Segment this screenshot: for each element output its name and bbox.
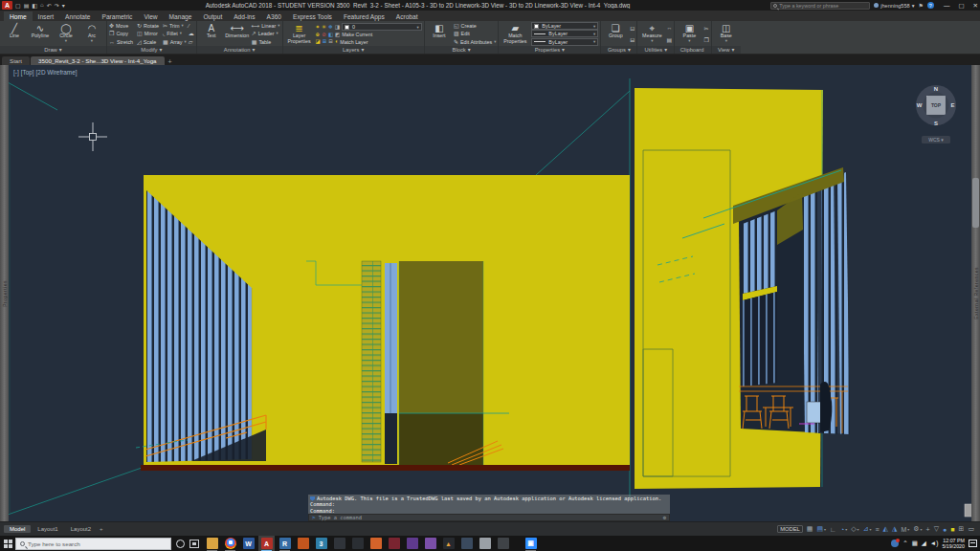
ribbon-tool-button[interactable]: ◯ Circle ▾ bbox=[54, 22, 78, 46]
taskbar-app[interactable]: ▲ bbox=[440, 536, 457, 551]
scrollbar-thumb[interactable] bbox=[972, 178, 979, 228]
ribbon-tab[interactable]: Home bbox=[4, 11, 33, 21]
start-button[interactable] bbox=[0, 536, 15, 551]
ribbon-tab[interactable]: Insert bbox=[33, 11, 60, 21]
layer-state-icon[interactable]: ✦ bbox=[316, 24, 321, 31]
ribbon-tab[interactable]: Featured Apps bbox=[338, 11, 390, 21]
model-space-canvas[interactable]: TOP N S W E WCS ▾ [-][Top][2D Wireframe]… bbox=[0, 65, 980, 521]
new-layout-button[interactable]: + bbox=[97, 526, 106, 532]
qat-icon[interactable]: ⌂ bbox=[40, 2, 44, 9]
tray-icon[interactable]: ▦ bbox=[912, 540, 918, 547]
ribbon-tool-button[interactable]: ◱ Create ▾ bbox=[454, 22, 496, 30]
layer-dropdown[interactable]: 0 ▾ bbox=[342, 23, 422, 31]
command-input[interactable]: > Type a command ⚙ bbox=[308, 514, 670, 521]
window-control-button[interactable]: ✕ bbox=[973, 2, 978, 10]
taskbar-clock[interactable]: 12:07 PM 5/19/2020 bbox=[942, 538, 965, 549]
panel-title-clipboard[interactable]: Clipboard bbox=[675, 46, 710, 54]
ribbon-tool-icon[interactable]: ☁ bbox=[189, 30, 194, 36]
ribbon-tool-icon[interactable]: ∕ bbox=[189, 23, 194, 29]
signin-menu[interactable]: jhenning558 ▾ bbox=[874, 3, 914, 9]
match-properties-button[interactable]: ▰ Match Properties bbox=[501, 22, 529, 46]
viewcube[interactable]: TOP N S W E WCS ▾ bbox=[916, 85, 956, 143]
ribbon-tab[interactable]: Express Tools bbox=[287, 11, 338, 21]
property-dropdown[interactable]: ByLayer ▾ bbox=[531, 30, 598, 37]
panel-title-view[interactable]: View▾ bbox=[712, 46, 741, 54]
layout-tab[interactable]: Model bbox=[4, 525, 31, 533]
ribbon-tool-button[interactable]: ▨ Edit ▾ bbox=[454, 30, 496, 37]
layer-state-icon[interactable]: ☀ bbox=[322, 24, 326, 31]
match-layer-button[interactable]: Match Layer bbox=[340, 39, 368, 45]
new-file-tab-button[interactable]: + bbox=[166, 58, 175, 65]
window-control-button[interactable]: — bbox=[944, 2, 950, 10]
ribbon-tool-button[interactable]: ↗ Leader ▾ bbox=[252, 30, 280, 37]
layer-state-icon[interactable]: ◪ bbox=[316, 38, 321, 45]
base-view-button[interactable]: ◫ Base ▾ bbox=[714, 22, 739, 46]
task-view-icon[interactable] bbox=[189, 540, 199, 548]
layer-state-icon[interactable]: ⊟ bbox=[328, 38, 333, 45]
ribbon-tool-button[interactable]: ↔ Stretch ▾ bbox=[109, 38, 133, 46]
autocad-logo-icon[interactable]: A bbox=[2, 1, 12, 10]
ribbon-tool-button[interactable]: ◠ Arc ▾ bbox=[79, 22, 104, 46]
taskbar-app[interactable] bbox=[204, 536, 220, 551]
ribbon-tool-button[interactable]: ⟷ Dimension bbox=[225, 22, 250, 46]
layer-state-icon[interactable]: ◩ bbox=[335, 32, 340, 38]
taskbar-app[interactable] bbox=[222, 536, 238, 551]
ribbon-tool-button[interactable]: ↻ Rotate ▾ bbox=[137, 22, 159, 30]
customize-icon[interactable]: ⚙ bbox=[663, 515, 666, 520]
layout-tab[interactable]: Layout1 bbox=[32, 525, 63, 533]
panel-title-groups[interactable]: Groups▾ bbox=[601, 46, 636, 54]
window-control-button[interactable]: ▢ bbox=[958, 2, 964, 10]
ribbon-tool-button[interactable]: ╱ Line ▾ bbox=[2, 22, 27, 46]
panel-title-properties[interactable]: Properties▾ bbox=[499, 46, 600, 54]
viewport-control[interactable]: [Top] bbox=[21, 69, 34, 76]
file-tab-start[interactable]: Start bbox=[2, 56, 30, 65]
taskbar-app[interactable] bbox=[386, 536, 402, 551]
taskbar-app[interactable] bbox=[331, 536, 347, 551]
layer-state-icon[interactable]: ◨ bbox=[335, 24, 340, 31]
ribbon-tool-button[interactable]: ◟ Fillet ▾ bbox=[163, 30, 187, 37]
layer-state-icon[interactable]: ⊘ bbox=[322, 32, 326, 38]
make-current-button[interactable]: Make Current bbox=[342, 32, 372, 37]
taskbar-app[interactable] bbox=[368, 536, 384, 551]
file-tab-document[interactable]: 3500_Revit_3-2 - She...3D View - Int-4_Y… bbox=[31, 56, 164, 65]
action-center-icon[interactable] bbox=[969, 540, 977, 547]
ribbon-tool-icon[interactable]: ▤ bbox=[666, 36, 672, 43]
property-dropdown[interactable]: ByLayer ▾ bbox=[531, 38, 598, 46]
taskbar-app[interactable]: A bbox=[258, 536, 275, 551]
taskbar-app[interactable] bbox=[422, 536, 438, 551]
ribbon-tab[interactable]: Parametric bbox=[97, 11, 139, 21]
ribbon-tool-button[interactable]: ▦ Array ▾ bbox=[163, 38, 187, 46]
panel-title-annotation[interactable]: Annotation▾ bbox=[197, 46, 282, 54]
ribbon-tab[interactable]: Annotate bbox=[59, 11, 96, 21]
help-search-input[interactable]: Type a keyword or phrase bbox=[770, 2, 870, 10]
help-button[interactable]: ? bbox=[927, 2, 934, 9]
ribbon-tool-icon[interactable]: ▱ bbox=[189, 38, 194, 45]
cortana-icon[interactable] bbox=[176, 540, 185, 548]
ribbon-tab[interactable]: Manage bbox=[164, 11, 198, 21]
ribbon-tool-button[interactable]: ✂ Trim ▾ bbox=[163, 22, 187, 30]
ribbon-tab[interactable]: A360 bbox=[261, 11, 287, 21]
ribbon-tool-icon[interactable]: ↔ bbox=[666, 25, 672, 31]
viewport-control[interactable]: [2D Wireframe] bbox=[36, 69, 78, 76]
ribbon-tool-icon[interactable]: ✂ bbox=[703, 25, 708, 32]
command-window[interactable]: Autodesk DWG. This file is a TrustedDWG … bbox=[308, 495, 670, 521]
layout-tab[interactable]: Layout2 bbox=[65, 525, 97, 533]
taskbar-app[interactable] bbox=[295, 536, 311, 551]
model-space-toggle[interactable]: MODEL bbox=[777, 525, 803, 533]
properties-palette-tab[interactable]: Properties bbox=[0, 65, 9, 521]
taskbar-app[interactable]: W bbox=[240, 536, 256, 551]
taskbar-app[interactable] bbox=[495, 536, 511, 551]
tray-icon[interactable]: ⌃ bbox=[902, 540, 907, 547]
measure-button[interactable]: ⌖ Measure ▾ bbox=[639, 22, 664, 46]
ribbon-tool-icon[interactable]: ⊡ bbox=[630, 25, 635, 32]
panel-title-draw[interactable]: Draw▾ bbox=[0, 46, 106, 54]
qat-icon[interactable]: ▤ bbox=[24, 2, 30, 9]
layer-state-icon[interactable]: ⊕ bbox=[316, 32, 321, 38]
flag-icon[interactable]: ⚑ bbox=[919, 2, 924, 9]
ribbon-tool-button[interactable]: ∿ Polyline ▾ bbox=[28, 22, 53, 46]
layer-properties-button[interactable]: ≣ Layer Properties bbox=[285, 22, 314, 46]
ribbon-tool-icon[interactable]: ⊟ bbox=[630, 36, 635, 43]
browser-notification-icon[interactable] bbox=[891, 540, 899, 547]
insert-block-button[interactable]: ◧ Insert bbox=[427, 22, 452, 46]
xref-palette-tab[interactable]: External References bbox=[971, 65, 980, 521]
